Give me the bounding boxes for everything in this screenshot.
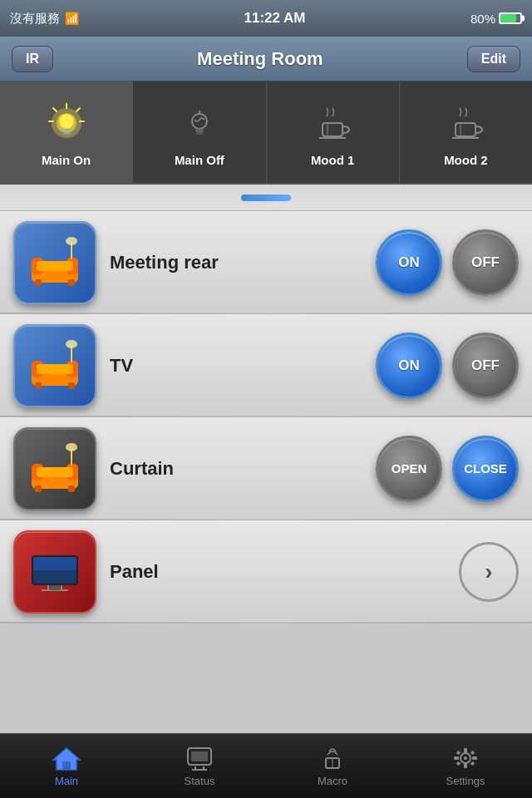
settings-icon xyxy=(451,745,480,771)
svg-rect-58 xyxy=(191,751,208,761)
svg-rect-24 xyxy=(37,261,73,271)
device-name-panel: Panel xyxy=(110,561,446,583)
btn-group-meeting-rear: ON OFF xyxy=(376,229,519,296)
svg-rect-67 xyxy=(456,751,461,756)
svg-line-9 xyxy=(76,108,80,111)
svg-rect-18 xyxy=(456,123,475,136)
svg-rect-68 xyxy=(470,751,475,756)
status-bar: 沒有服務 📶 11:22 AM 80% xyxy=(0,0,532,37)
mood-label-mood-1: Mood 1 xyxy=(311,153,355,174)
svg-rect-25 xyxy=(35,279,42,286)
device-icon-meeting-rear xyxy=(13,221,96,304)
svg-rect-14 xyxy=(196,132,203,135)
svg-rect-66 xyxy=(472,756,477,760)
svg-rect-32 xyxy=(37,364,73,374)
svg-rect-33 xyxy=(35,382,42,389)
tab-label-status: Status xyxy=(185,775,215,787)
btn-group-tv: ON OFF xyxy=(376,332,519,399)
scroll-indicator xyxy=(241,195,291,201)
mood-item-main-on[interactable]: Main On xyxy=(0,81,133,183)
svg-rect-3 xyxy=(62,129,71,132)
svg-rect-64 xyxy=(464,763,467,768)
mood-bar: Main On Main Off Mood 1 xyxy=(0,81,532,185)
device-row-panel: Panel › xyxy=(0,520,532,623)
svg-rect-26 xyxy=(68,279,75,286)
tab-settings[interactable]: Settings xyxy=(399,734,532,798)
svg-rect-51 xyxy=(50,585,60,590)
svg-rect-69 xyxy=(456,761,461,766)
wifi-icon: 📶 xyxy=(65,12,79,25)
coffee-2-icon xyxy=(444,100,487,146)
device-name-tv: TV xyxy=(110,355,362,377)
home-icon xyxy=(52,745,81,771)
bulb-active-icon xyxy=(45,100,88,146)
svg-point-10 xyxy=(192,114,207,129)
svg-rect-34 xyxy=(68,382,75,389)
panel-arrow-button[interactable]: › xyxy=(459,542,519,602)
status-right: 80% xyxy=(470,12,522,26)
carrier-text: 沒有服務 xyxy=(10,11,60,27)
ir-button[interactable]: IR xyxy=(12,46,53,72)
tab-label-main: Main xyxy=(55,775,78,787)
curtain-open-button[interactable]: OPEN xyxy=(376,436,442,502)
battery-fill xyxy=(500,14,516,22)
coffee-1-icon xyxy=(311,100,354,146)
svg-point-44 xyxy=(66,443,77,451)
mood-item-main-off[interactable]: Main Off xyxy=(133,81,266,183)
svg-rect-41 xyxy=(35,485,42,492)
scroll-area: Meeting rear ON OFF TV ON OFF xyxy=(0,185,532,733)
device-row-tv: TV ON OFF xyxy=(0,314,532,417)
meeting-rear-on-button[interactable]: ON xyxy=(376,229,442,296)
bulb-off-icon xyxy=(178,100,221,146)
macro-icon xyxy=(318,745,347,771)
svg-rect-53 xyxy=(62,761,71,770)
tab-status[interactable]: Status xyxy=(133,734,266,798)
battery-icon xyxy=(499,12,522,24)
svg-rect-42 xyxy=(68,485,75,492)
mood-label-mood-2: Mood 2 xyxy=(444,153,488,174)
curtain-close-button[interactable]: CLOSE xyxy=(452,436,519,502)
status-left: 沒有服務 📶 xyxy=(10,11,79,27)
tab-main[interactable]: Main xyxy=(0,734,133,798)
edit-button[interactable]: Edit xyxy=(467,46,520,72)
tab-label-macro: Macro xyxy=(318,775,347,787)
device-name-curtain: Curtain xyxy=(110,458,362,480)
svg-point-28 xyxy=(66,237,77,245)
device-icon-panel xyxy=(13,530,96,613)
device-name-meeting-rear: Meeting rear xyxy=(110,252,362,273)
btn-group-panel: › xyxy=(459,542,519,602)
svg-rect-70 xyxy=(470,761,475,766)
svg-rect-65 xyxy=(454,756,459,760)
btn-group-curtain: OPEN CLOSE xyxy=(376,436,519,502)
device-icon-curtain xyxy=(13,427,96,510)
device-row-curtain: Curtain OPEN CLOSE xyxy=(0,417,532,520)
mood-item-mood-2[interactable]: Mood 2 xyxy=(400,81,532,183)
tv-off-button[interactable]: OFF xyxy=(452,332,519,399)
svg-point-62 xyxy=(464,756,467,760)
mood-label-main-on: Main On xyxy=(42,153,91,174)
svg-point-36 xyxy=(66,340,77,348)
mood-label-main-off: Main Off xyxy=(175,153,224,174)
sofa-icon-curtain xyxy=(25,439,85,499)
monitor-icon xyxy=(185,745,214,771)
partial-row xyxy=(0,185,532,211)
meeting-rear-off-button[interactable]: OFF xyxy=(452,229,519,296)
nav-bar: IR Meeting Room Edit xyxy=(0,37,532,81)
device-icon-tv xyxy=(13,324,96,407)
svg-rect-4 xyxy=(63,132,70,135)
nav-title: Meeting Room xyxy=(197,48,323,70)
tv-on-button[interactable]: ON xyxy=(376,332,442,399)
svg-rect-40 xyxy=(37,467,73,477)
panel-icon xyxy=(25,542,85,602)
svg-rect-13 xyxy=(195,129,204,132)
svg-rect-47 xyxy=(33,557,76,570)
battery-percent: 80% xyxy=(470,12,495,26)
tab-bar: Main Status Macro xyxy=(0,733,532,798)
mood-item-mood-1[interactable]: Mood 1 xyxy=(267,81,400,183)
tab-macro[interactable]: Macro xyxy=(266,734,399,798)
tab-label-settings: Settings xyxy=(446,775,485,787)
svg-rect-15 xyxy=(323,123,342,136)
sofa-icon-tv xyxy=(25,336,85,396)
svg-line-8 xyxy=(53,108,57,111)
time-display: 11:22 AM xyxy=(244,10,305,27)
